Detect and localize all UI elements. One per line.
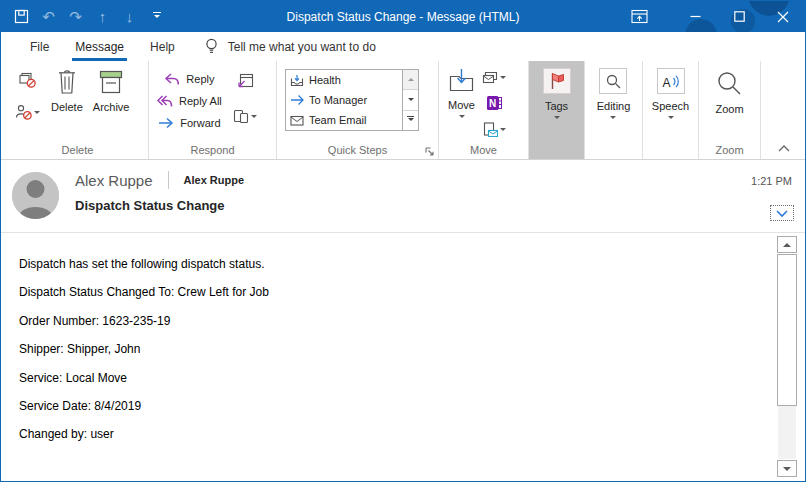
- meeting-button[interactable]: [234, 70, 256, 92]
- speech-caret: [668, 116, 674, 122]
- gallery-scroll-up-button[interactable]: [403, 70, 418, 89]
- tab-file[interactable]: File: [17, 32, 62, 61]
- zoom-button[interactable]: Zoom: [710, 66, 748, 117]
- reply-button[interactable]: Reply: [160, 68, 217, 90]
- expand-header-button[interactable]: [770, 205, 794, 221]
- ribbon-display-options-icon: [631, 9, 648, 24]
- close-icon: [777, 11, 789, 23]
- forward-icon: [157, 116, 174, 130]
- inbox-arrow-icon: [290, 74, 304, 87]
- quick-step-label: To Manager: [309, 94, 367, 106]
- gallery-scroll-down-button[interactable]: [403, 89, 418, 109]
- junk-dropdown-caret: [34, 111, 40, 117]
- tags-button[interactable]: Tags: [538, 66, 576, 124]
- ribbon-group-move: Move: [439, 61, 529, 159]
- tell-me-box[interactable]: Tell me what you want to do: [204, 32, 376, 61]
- tab-help[interactable]: Help: [137, 32, 188, 61]
- svg-text:A: A: [662, 75, 670, 89]
- zoom-group-label: Zoom: [699, 144, 760, 156]
- triangle-down-icon: [408, 98, 414, 104]
- message-header: Alex Ruppe Alex Ruppe Dispatch Status Ch…: [1, 160, 805, 233]
- scroll-down-button[interactable]: [777, 460, 797, 477]
- gallery-more-button[interactable]: [403, 110, 418, 130]
- quick-steps-dialog-launcher[interactable]: [424, 146, 435, 157]
- quick-step-label: Health: [309, 74, 341, 86]
- delete-group-label: Delete: [7, 144, 148, 156]
- customize-qat-button[interactable]: [144, 1, 169, 32]
- minimize-button[interactable]: [673, 1, 717, 32]
- sender-name[interactable]: Alex Ruppe: [184, 174, 245, 186]
- delete-label: Delete: [51, 101, 83, 113]
- archive-button[interactable]: Archive: [88, 66, 135, 115]
- move-down-button[interactable]: ↓: [117, 1, 142, 32]
- quick-step-to-manager[interactable]: To Manager: [286, 90, 402, 110]
- ignore-button[interactable]: [17, 70, 38, 90]
- tell-me-label: Tell me what you want to do: [228, 40, 376, 54]
- arrow-down-icon: ↓: [126, 8, 134, 25]
- more-respond-caret: [251, 115, 257, 121]
- reply-all-icon: [156, 94, 173, 108]
- collapse-ribbon-button[interactable]: [777, 144, 791, 153]
- move-up-button[interactable]: ↑: [90, 1, 115, 32]
- reply-icon: [163, 72, 180, 86]
- lightbulb-icon: [204, 37, 219, 56]
- ribbon-group-zoom: Zoom Zoom: [699, 61, 761, 159]
- body-line: Dispatch Status Changed To: Crew Left fo…: [19, 286, 761, 298]
- forward-button[interactable]: Forward: [154, 112, 223, 134]
- tab-message[interactable]: Message: [62, 32, 137, 61]
- rules-icon: [482, 71, 498, 84]
- ribbon-display-options-button[interactable]: [617, 1, 661, 32]
- quick-steps-group-label: Quick Steps: [277, 144, 438, 156]
- editing-button[interactable]: Editing: [592, 66, 636, 124]
- rules-caret: [500, 76, 506, 82]
- tags-label: Tags: [545, 100, 568, 112]
- move-dropdown-caret: [459, 115, 465, 121]
- respond-group-label: Respond: [149, 144, 276, 156]
- maximize-button[interactable]: [717, 1, 761, 32]
- customize-qat-icon: [153, 12, 161, 21]
- undo-button[interactable]: ↶: [36, 1, 61, 32]
- ribbon-group-delete: Delete Archive Delete: [7, 61, 149, 159]
- scroll-up-icon: [783, 239, 791, 247]
- more-respond-actions-button[interactable]: [231, 106, 259, 126]
- quick-step-health[interactable]: Health: [286, 70, 402, 90]
- triangle-up-icon: [408, 75, 414, 81]
- ribbon-group-respond: Reply Reply All Forward: [149, 61, 277, 159]
- actions-button[interactable]: [480, 120, 508, 139]
- window-title: Dispatch Status Change - Message (HTML): [287, 10, 520, 24]
- body-line: Service: Local Move: [19, 372, 761, 384]
- archive-label: Archive: [93, 101, 130, 113]
- ribbon-group-editing: Editing: [585, 61, 643, 159]
- save-button[interactable]: [9, 1, 34, 32]
- ignore-icon: [19, 72, 36, 88]
- outlook-message-window: ↶ ↷ ↑ ↓ Dispatch Status Change - Message…: [0, 0, 806, 482]
- close-button[interactable]: [761, 1, 805, 32]
- quick-step-team-email[interactable]: Team Email: [286, 110, 402, 130]
- move-button[interactable]: Move: [443, 66, 480, 123]
- junk-button[interactable]: [13, 102, 42, 122]
- undo-icon: ↶: [42, 8, 55, 26]
- gallery-more-icon: [407, 116, 414, 124]
- meeting-icon: [236, 72, 254, 90]
- message-subject: Dispatch Status Change: [75, 198, 225, 213]
- redo-button[interactable]: ↷: [63, 1, 88, 32]
- onenote-button[interactable]: N: [484, 93, 504, 113]
- forward-label: Forward: [180, 117, 220, 129]
- redo-icon: ↷: [69, 8, 82, 26]
- delete-button[interactable]: Delete: [46, 66, 88, 115]
- reply-all-button[interactable]: Reply All: [153, 90, 225, 112]
- sender-display-name[interactable]: Alex Ruppe: [75, 172, 153, 189]
- right-arrow-icon: [290, 94, 304, 106]
- share-device-icon: [233, 108, 249, 124]
- avatar-photo: [12, 172, 59, 219]
- speech-button[interactable]: A Speech: [647, 66, 694, 124]
- ribbon: Delete Archive Delete Re: [1, 61, 805, 160]
- scroll-up-button[interactable]: [777, 236, 797, 253]
- move-group-label: Move: [439, 144, 528, 156]
- scrollbar-thumb[interactable]: [777, 254, 797, 406]
- block-sender-icon: [15, 104, 32, 120]
- quick-steps-gallery-scroller: [402, 70, 418, 130]
- rules-button[interactable]: [480, 69, 508, 86]
- scrollbar-track[interactable]: [778, 406, 796, 459]
- sender-avatar[interactable]: [12, 172, 59, 219]
